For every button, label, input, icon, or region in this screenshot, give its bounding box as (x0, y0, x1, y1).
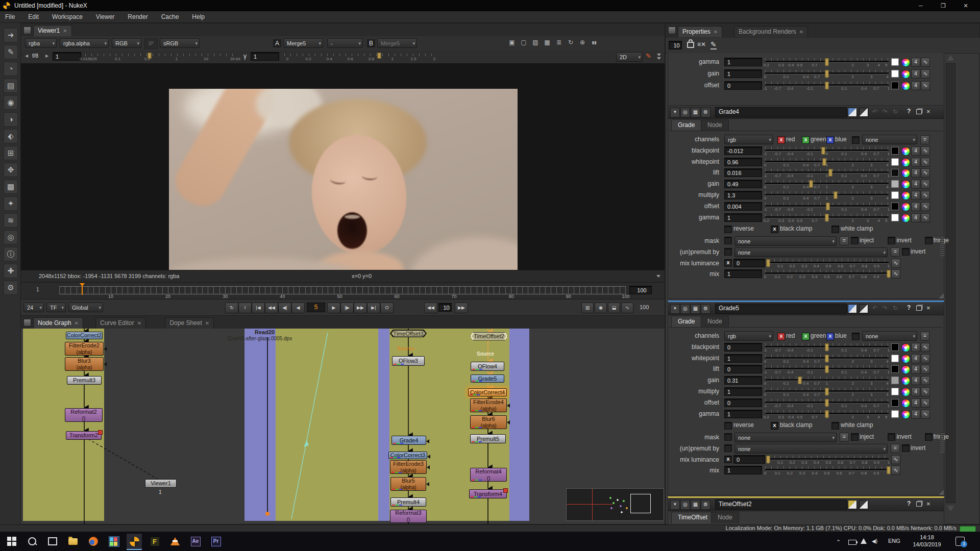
node-window-icon[interactable]: ▦ (691, 108, 700, 117)
node-premult3[interactable]: Premult3 (67, 376, 102, 385)
tab-node[interactable]: Node (701, 316, 729, 328)
channels-dropdown[interactable]: rgba (25, 38, 57, 48)
white-clamp-checkbox[interactable] (831, 226, 839, 233)
grade5-blackpoint-0-channels-button[interactable]: 4 (911, 343, 920, 352)
node-blur6[interactable]: Blur6(alpha) (470, 415, 507, 429)
grade4-whitepoint-1-channels-button[interactable]: 4 (911, 158, 920, 167)
grade5-gain-3-color-swatch[interactable] (891, 377, 899, 384)
grade5-offset-5-color-swatch[interactable] (891, 399, 899, 407)
node-premult4[interactable]: Premult4 (390, 497, 426, 507)
node-viewer1[interactable]: Viewer1 (145, 479, 177, 488)
keyer-icon[interactable]: ⬖ (4, 129, 18, 143)
input-b-dropdown[interactable]: Merge5 (377, 38, 417, 48)
mixlum-slider[interactable]: 00.10.20.30.40.50.60.70.80.91 (768, 259, 889, 268)
gamma-slider[interactable]: 00.20.40.60.811.52 (284, 53, 437, 61)
grade4-gain-3-channels-button[interactable]: 4 (911, 180, 920, 189)
grade5-lift-2-handle[interactable] (825, 365, 829, 373)
view-mode-dropdown[interactable]: 2D (616, 52, 643, 62)
mixlum-slider[interactable]: 00.10.20.30.40.50.60.70.80.91 (768, 455, 889, 464)
range-mode-dropdown[interactable]: Global (68, 303, 103, 312)
channels-extra-checkbox[interactable] (852, 136, 860, 144)
close-button[interactable]: ✕ (962, 2, 970, 10)
help-icon[interactable]: ? (907, 108, 911, 115)
grade4-whitepoint-1-field[interactable]: 0.96 (724, 158, 762, 166)
prev-key-button[interactable]: ◀◀ (265, 303, 278, 313)
viewer-lut-dropdown[interactable]: sRGB (160, 38, 200, 48)
top-gamma-channels-button[interactable]: 4 (911, 58, 920, 67)
menu-help[interactable]: Help (192, 13, 205, 20)
grade5-gamma-6-color-wheel[interactable] (901, 410, 910, 419)
step-forward-button[interactable]: |▶ (340, 303, 354, 313)
lock-panels-icon[interactable] (687, 42, 694, 48)
tab-node[interactable]: Node (711, 512, 739, 523)
channel-set-button-2[interactable] (859, 108, 868, 117)
grade5-multiply-4-slider[interactable]: 00.10.40.71234 (765, 387, 889, 396)
grade5-gain-3-curve-button[interactable]: ∿ (921, 376, 930, 385)
grade5-multiply-4-color-swatch[interactable] (891, 388, 899, 395)
top-gamma-field[interactable]: 1 (724, 58, 762, 66)
node-timeoffset2[interactable]: TimeOffset2 (470, 332, 508, 340)
unpremult-equals-button[interactable]: = (891, 247, 900, 257)
f-app-icon[interactable]: F (147, 534, 162, 549)
play-forward-button[interactable]: ▶ (327, 303, 340, 313)
particles-icon[interactable]: ✦ (4, 196, 18, 211)
close-panel-icon[interactable]: × (926, 108, 930, 115)
top-gamma-color-swatch[interactable] (891, 58, 899, 66)
range-end-field[interactable]: 100 (629, 286, 652, 294)
mix-handle[interactable] (887, 466, 891, 474)
node-name-field[interactable]: Grade5 (715, 304, 847, 314)
other-icon[interactable]: ⚙ (4, 281, 18, 295)
node-reformat2[interactable]: Reformat2() (65, 408, 103, 422)
wrench-icon[interactable]: ⚙ (701, 500, 710, 510)
max-panels-field[interactable]: 10 (669, 41, 682, 49)
node-oflow3[interactable]: OFlow3 (392, 356, 425, 366)
keyboard-language[interactable]: ENG (888, 538, 900, 544)
close-tab-icon[interactable]: ✕ (205, 320, 209, 326)
channels-dropdown[interactable]: rgb (724, 331, 773, 341)
transform-icon[interactable]: ✥ (4, 163, 18, 177)
mixlum-handle[interactable] (767, 456, 770, 463)
grade5-gamma-6-slider[interactable]: 0.20.30.40.50.712345 (765, 410, 889, 419)
mix-field[interactable]: 1 (724, 269, 762, 278)
node-transform4[interactable]: Transform4 (469, 489, 507, 498)
float-panel-icon[interactable] (916, 109, 922, 114)
mask-checkbox[interactable] (724, 237, 732, 244)
grade4-gamma-6-color-wheel[interactable] (901, 214, 910, 222)
grade5-offset-5-curve-button[interactable]: ∿ (921, 398, 930, 408)
after-effects-icon[interactable]: Ae (188, 534, 203, 549)
unpremult-checkbox[interactable] (724, 248, 732, 256)
wrench-icon[interactable]: ⚙ (701, 304, 710, 314)
invert-checkbox[interactable] (888, 433, 895, 441)
node-grade5[interactable]: Grade5 (471, 374, 504, 383)
wrench-icon[interactable]: ⚙ (701, 108, 710, 117)
grade4-offset-5-channels-button[interactable]: 4 (911, 202, 920, 211)
grade4-lift-2-handle[interactable] (829, 169, 832, 177)
node-blur3[interactable]: Blur3(alpha) (65, 357, 104, 371)
grade4-gamma-6-curve-button[interactable]: ∿ (921, 213, 930, 222)
menu-cache[interactable]: Cache (161, 13, 179, 20)
playhead[interactable] (82, 285, 83, 295)
node-name-field[interactable]: Grade4 (715, 107, 847, 117)
vlc-icon[interactable] (167, 534, 183, 549)
menu-workspace[interactable]: Workspace (52, 13, 83, 20)
grade4-gain-3-handle[interactable] (809, 180, 813, 188)
grade4-multiply-4-handle[interactable] (834, 191, 837, 199)
fps-dropdown[interactable]: 24 (23, 303, 44, 312)
grade5-gamma-6-color-swatch[interactable] (891, 410, 899, 418)
grade5-lift-2-curve-button[interactable]: ∿ (921, 365, 930, 374)
grade4-blackpoint-0-slider[interactable]: -1-0.7-0.4-0.100.10.40.71 (765, 146, 889, 156)
top-gamma-curve-button[interactable]: ∿ (921, 58, 930, 67)
format-frame-icon[interactable]: ▣ (507, 38, 517, 47)
node-colorcorrect2[interactable]: ColorCorrect2 (66, 332, 103, 339)
tab-node-graph[interactable]: Node Graph✕ (33, 317, 83, 329)
info-expand-icon[interactable] (656, 275, 660, 278)
grade4-blackpoint-0-color-swatch[interactable] (891, 147, 899, 155)
grade4-offset-5-curve-button[interactable]: ∿ (921, 202, 930, 211)
range-out-button[interactable]: O (380, 303, 394, 313)
mixlum-field[interactable]: 0 (733, 259, 765, 267)
grade4-lift-2-color-wheel[interactable] (901, 169, 910, 178)
top-gain-slider[interactable]: 00.10.40.71234 (765, 69, 889, 79)
search-button[interactable] (24, 534, 40, 549)
annotate-pen-icon[interactable]: ✎ (646, 52, 651, 60)
grade5-lift-2-field[interactable]: 0 (724, 365, 762, 373)
